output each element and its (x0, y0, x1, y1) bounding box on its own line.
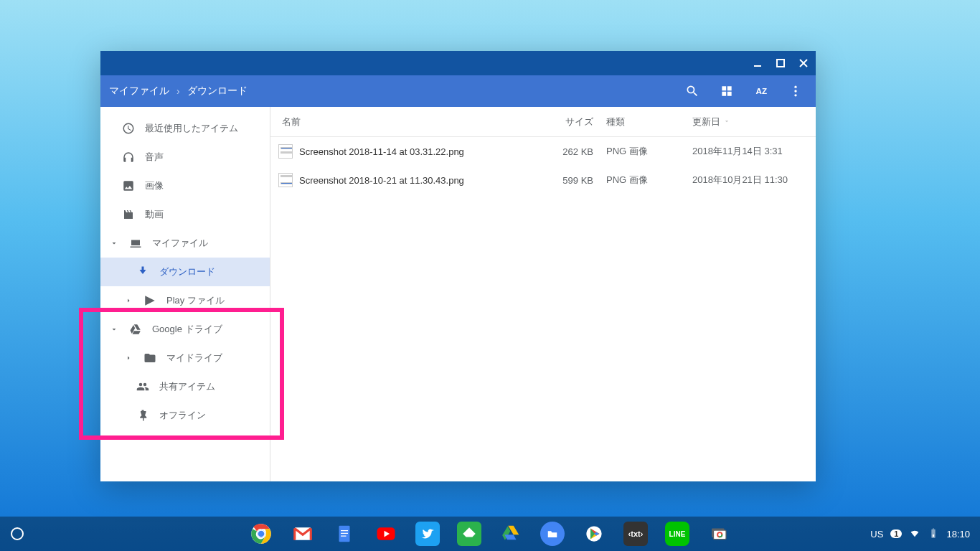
svg-rect-15 (341, 533, 348, 534)
file-type: PNG 画像 (606, 145, 692, 158)
svg-rect-1 (777, 60, 784, 67)
sidebar-item-label: 動画 (145, 208, 164, 221)
sidebar-item-label: マイドライブ (166, 352, 222, 364)
laptop-icon (129, 237, 142, 250)
download-icon (136, 265, 149, 278)
chevron-right-icon (123, 353, 133, 363)
file-size: 599 KB (534, 175, 606, 186)
line-app-icon[interactable]: LINE (665, 522, 689, 546)
search-icon[interactable] (685, 84, 699, 98)
launcher-button[interactable] (0, 517, 34, 551)
svg-rect-16 (341, 536, 347, 537)
files-app-icon[interactable] (540, 522, 565, 546)
sidebar-item-label: 共有アイテム (159, 380, 215, 393)
table-row[interactable]: Screenshot 2018-10-21 at 11.30.43.png 59… (270, 166, 816, 194)
sidebar-item-shared[interactable]: 共有アイテム (100, 372, 270, 401)
sidebar-item-images[interactable]: 画像 (100, 171, 270, 200)
play-icon (143, 294, 156, 307)
minimize-button[interactable] (751, 57, 764, 70)
table-header: 名前 サイズ 種類 更新日 (270, 107, 816, 137)
docs-icon[interactable] (332, 522, 357, 546)
play-store-icon[interactable] (582, 522, 606, 546)
people-icon (136, 380, 149, 393)
txt-app-icon[interactable]: ‹txt› (623, 522, 648, 546)
svg-rect-21 (714, 530, 727, 540)
table-row[interactable]: Screenshot 2018-11-14 at 03.31.22.png 26… (270, 137, 816, 166)
sidebar-item-videos[interactable]: 動画 (100, 200, 270, 229)
sidebar-item-offline[interactable]: オフライン (100, 401, 270, 430)
col-name[interactable]: 名前 (270, 116, 534, 128)
notification-count: 1 (890, 529, 902, 538)
file-type: PNG 画像 (606, 174, 692, 187)
sidebar-item-label: Google ドライブ (152, 323, 222, 336)
image-icon (122, 179, 135, 192)
drive-app-icon[interactable] (499, 522, 523, 546)
close-button[interactable] (797, 57, 810, 70)
files-app-window: マイファイル › ダウンロード AZ 最近使用したアイテム 音声 画像 (100, 51, 816, 481)
file-date: 2018年11月14日 3:31 (692, 145, 816, 158)
youtube-icon[interactable] (374, 522, 398, 546)
file-date: 2018年10月21日 11:30 (692, 174, 816, 187)
toolbar: マイファイル › ダウンロード AZ (100, 75, 816, 107)
svg-rect-14 (341, 530, 348, 531)
sidebar-item-mydrive[interactable]: マイドライブ (100, 344, 270, 372)
sidebar-item-label: ダウンロード (159, 265, 215, 278)
more-menu-icon[interactable] (788, 84, 803, 98)
clock-icon (122, 122, 135, 135)
file-list: 名前 サイズ 種類 更新日 Screenshot 2018-11-14 at 0… (270, 107, 816, 481)
file-thumb-icon (276, 144, 295, 159)
sidebar-item-label: マイファイル (152, 237, 208, 250)
sidebar-item-label: 画像 (145, 179, 164, 192)
breadcrumb-current: ダウンロード (187, 85, 248, 98)
wifi-icon (909, 527, 920, 541)
breadcrumb-separator-icon: › (176, 85, 180, 97)
window-titlebar (100, 51, 816, 75)
battery-icon (928, 527, 939, 541)
shelf-apps: ‹txt› LINE (249, 522, 731, 546)
file-size: 262 KB (534, 146, 606, 157)
col-date-label: 更新日 (692, 116, 720, 128)
gmail-icon[interactable] (291, 522, 315, 546)
breadcrumb: マイファイル › ダウンロード (109, 85, 248, 98)
sidebar-item-label: オフライン (159, 409, 206, 422)
sidebar-item-label: 音声 (145, 151, 164, 164)
sort-desc-icon (723, 116, 730, 127)
maximize-button[interactable] (774, 57, 787, 70)
sidebar: 最近使用したアイテム 音声 画像 動画 マイファイル ダウンロード (100, 107, 270, 481)
file-thumb-icon (276, 173, 295, 187)
sidebar-item-audio[interactable]: 音声 (100, 143, 270, 171)
movie-icon (122, 208, 135, 221)
sidebar-item-label: Play ファイル (166, 294, 225, 307)
feedly-icon[interactable] (457, 522, 481, 546)
chevron-down-icon (109, 238, 119, 248)
col-size[interactable]: サイズ (534, 116, 606, 128)
twitter-icon[interactable] (415, 522, 440, 546)
system-tray[interactable]: US 1 18:10 (870, 527, 980, 541)
folder-drive-icon (143, 352, 156, 364)
shelf: ‹txt› LINE US 1 18:10 (0, 517, 980, 551)
sidebar-item-gdrive[interactable]: Google ドライブ (100, 315, 270, 344)
tray-clock: 18:10 (946, 529, 970, 540)
headphones-icon (122, 151, 135, 164)
pin-icon (136, 409, 149, 422)
sort-az-icon[interactable]: AZ (754, 84, 768, 98)
sidebar-item-playfiles[interactable]: Play ファイル (100, 286, 270, 315)
col-date[interactable]: 更新日 (692, 116, 816, 128)
svg-point-6 (794, 90, 796, 92)
sidebar-item-recent[interactable]: 最近使用したアイテム (100, 114, 270, 143)
drive-icon (129, 323, 142, 336)
ime-indicator: US (870, 529, 883, 540)
svg-text:AZ: AZ (756, 86, 768, 95)
chrome-icon[interactable] (249, 522, 273, 546)
sidebar-item-downloads[interactable]: ダウンロード (100, 258, 270, 286)
file-name: Screenshot 2018-11-14 at 03.31.22.png (295, 146, 534, 157)
breadcrumb-root[interactable]: マイファイル (109, 85, 169, 98)
col-type[interactable]: 種類 (606, 116, 692, 128)
chevron-down-icon (109, 324, 119, 334)
view-grid-icon[interactable] (720, 84, 734, 98)
sidebar-item-myfiles[interactable]: マイファイル (100, 229, 270, 258)
remote-desktop-icon[interactable] (707, 522, 731, 546)
sidebar-item-label: 最近使用したアイテム (145, 122, 238, 135)
chevron-right-icon (123, 296, 133, 306)
svg-point-5 (794, 86, 796, 88)
